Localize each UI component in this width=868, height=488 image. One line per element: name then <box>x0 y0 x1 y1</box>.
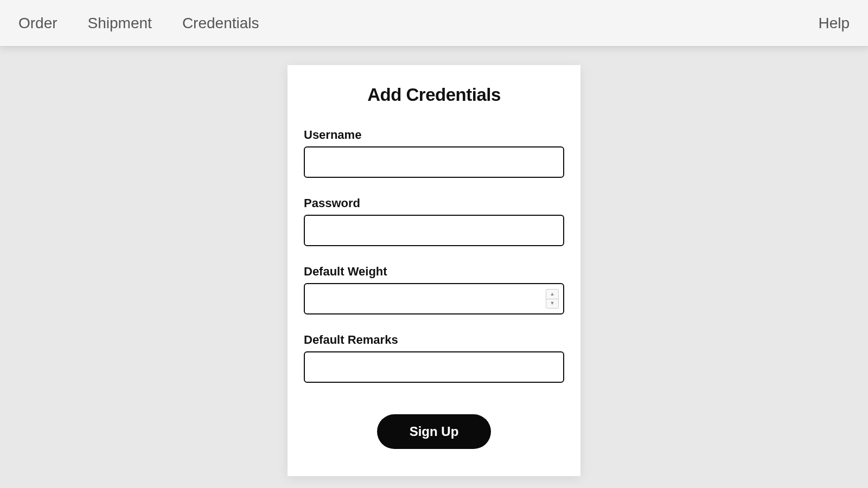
nav-shipment[interactable]: Shipment <box>88 15 152 32</box>
username-input[interactable] <box>304 146 564 178</box>
form-title: Add Credentials <box>304 85 564 105</box>
main-content: Add Credentials Username Password Defaul… <box>0 47 868 476</box>
weight-stepper: ▲ ▼ <box>546 289 559 309</box>
credentials-card: Add Credentials Username Password Defaul… <box>288 65 580 476</box>
nav-help[interactable]: Help <box>818 15 850 31</box>
password-input[interactable] <box>304 215 564 246</box>
default-weight-wrapper: ▲ ▼ <box>304 283 564 314</box>
password-label: Password <box>304 196 564 210</box>
stepper-down-icon[interactable]: ▼ <box>546 299 558 309</box>
nav-credentials[interactable]: Credentials <box>182 15 259 32</box>
stepper-up-icon[interactable]: ▲ <box>546 290 558 299</box>
submit-wrapper: Sign Up <box>304 414 564 449</box>
nav-order[interactable]: Order <box>18 15 58 32</box>
signup-button[interactable]: Sign Up <box>377 414 492 449</box>
nav-left: Order Shipment Credentials <box>18 15 259 32</box>
default-weight-input[interactable] <box>304 283 564 314</box>
nav-right: Help <box>818 15 850 32</box>
default-weight-group: Default Weight ▲ ▼ <box>304 265 564 314</box>
username-label: Username <box>304 128 564 142</box>
default-remarks-group: Default Remarks <box>304 333 564 383</box>
default-weight-label: Default Weight <box>304 265 564 279</box>
username-group: Username <box>304 128 564 178</box>
default-remarks-label: Default Remarks <box>304 333 564 347</box>
default-remarks-input[interactable] <box>304 351 564 383</box>
password-group: Password <box>304 196 564 246</box>
top-nav: Order Shipment Credentials Help <box>0 0 868 47</box>
